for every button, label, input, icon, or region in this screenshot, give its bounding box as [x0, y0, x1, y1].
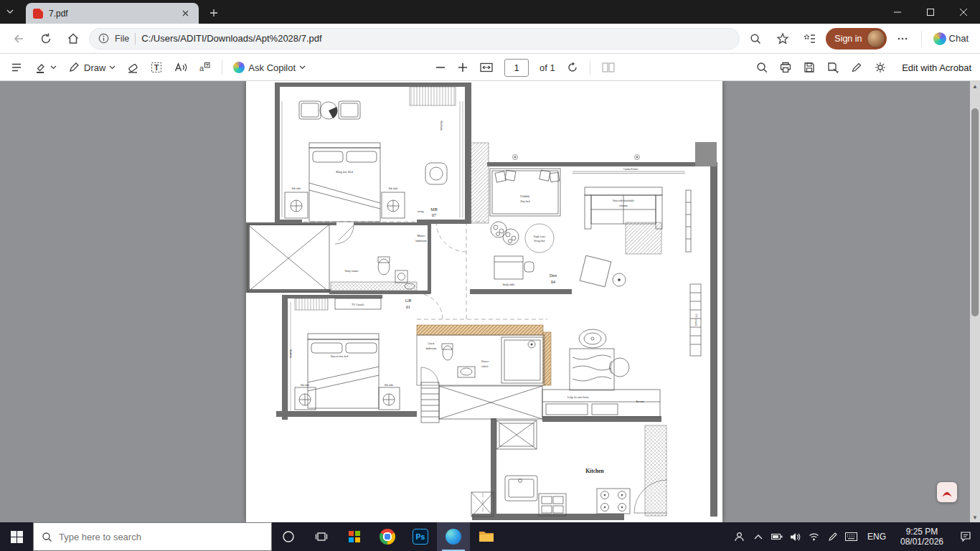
taskbar-search-input[interactable]: [59, 532, 263, 542]
tab-search-button[interactable]: [0, 0, 20, 24]
floor-plan: King size Bed Side table Side table Ward…: [246, 81, 722, 522]
people-button[interactable]: [730, 522, 749, 551]
touch-keyboard-button[interactable]: [842, 522, 861, 551]
read-aloud-button[interactable]: [174, 61, 187, 74]
ask-copilot-button[interactable]: Ask Copilot: [233, 62, 306, 73]
label-guest-bath-2: bathroom: [426, 347, 437, 350]
minimize-button[interactable]: [881, 0, 914, 24]
chrome-button[interactable]: [371, 522, 404, 551]
scroll-down-arrow[interactable]: ▼: [970, 512, 980, 522]
file-explorer-button[interactable]: [470, 522, 503, 551]
contents-button[interactable]: [10, 61, 23, 74]
back-button[interactable]: [7, 27, 30, 50]
clock-time: 9:25 PM: [892, 527, 951, 537]
zoom-out-button[interactable]: [435, 62, 446, 73]
label-sofa-2: ottoman: [619, 204, 628, 207]
zoom-page-button[interactable]: [744, 27, 767, 50]
label-king-bed: King size Bed: [336, 170, 354, 174]
language-indicator[interactable]: ENG: [861, 532, 892, 542]
search-icon: [755, 61, 768, 74]
page-view-button[interactable]: [601, 61, 616, 74]
home-button[interactable]: [62, 27, 85, 50]
tab-7pdf[interactable]: 7.pdf: [26, 3, 199, 24]
edit-with-acrobat-button[interactable]: Edit with Acrobat: [902, 62, 971, 73]
edge-button[interactable]: [437, 522, 470, 551]
copilot-chat-button[interactable]: Chat: [929, 27, 973, 50]
cortana-button[interactable]: [272, 522, 305, 551]
new-tab-button[interactable]: [204, 3, 224, 23]
erase-button[interactable]: [126, 61, 139, 74]
text-select-button[interactable]: T: [150, 61, 163, 74]
translate-button[interactable]: a: [198, 61, 211, 74]
label-bar-unit: Bar unit: [636, 400, 644, 403]
cortana-icon: [282, 530, 295, 543]
search-document-button[interactable]: [755, 61, 768, 74]
scroll-up-arrow[interactable]: ▲: [970, 81, 980, 91]
highlight-button[interactable]: [34, 61, 57, 74]
divider: [135, 33, 136, 44]
svg-text:T: T: [154, 63, 159, 72]
system-tray: ENG 9:25 PM 08/01/2026: [730, 522, 980, 551]
acrobat-fab-button[interactable]: [937, 482, 957, 502]
chevron-down-icon: [109, 65, 116, 70]
vertical-scrollbar[interactable]: ▲ ▼: [970, 81, 980, 522]
label-tv-console-vertical: TV Console: [694, 314, 697, 326]
maximize-button[interactable]: [914, 0, 947, 24]
favorites-bar-button[interactable]: [798, 27, 821, 50]
rotate-button[interactable]: [566, 61, 579, 74]
two-page-icon: [601, 61, 616, 74]
tab-close-button[interactable]: [179, 7, 192, 20]
label-side-table: Side table: [291, 187, 301, 190]
page-number-input[interactable]: [504, 59, 529, 77]
plus-icon: [209, 9, 218, 17]
rotate-icon: [566, 61, 579, 74]
pinned-app-button[interactable]: [338, 522, 371, 551]
hidden-icons-button[interactable]: [749, 522, 768, 551]
close-window-button[interactable]: [947, 0, 980, 24]
zoom-in-button[interactable]: [457, 62, 468, 73]
label-swing-chair-2: Swing chair: [534, 240, 545, 242]
taskbar-search[interactable]: [33, 522, 272, 551]
photoshop-button[interactable]: Ps: [404, 522, 437, 551]
star-icon: [776, 32, 789, 45]
tab-title: 7.pdf: [49, 9, 173, 19]
action-center-button[interactable]: [951, 522, 980, 551]
taskbar-clock[interactable]: 9:25 PM 08/01/2026: [892, 527, 951, 547]
label-sofa: Sofa with detachable: [613, 199, 635, 202]
volume-button[interactable]: [786, 522, 805, 551]
page-count-label: of 1: [540, 62, 555, 73]
search-icon: [42, 532, 52, 542]
refresh-button[interactable]: [34, 27, 57, 50]
draw-button[interactable]: Draw: [67, 61, 116, 74]
signature-button[interactable]: [850, 61, 863, 74]
close-icon: [182, 10, 189, 17]
task-view-button[interactable]: [305, 522, 338, 551]
draw-label: Draw: [84, 62, 105, 73]
keyboard-icon: [845, 532, 857, 541]
network-button[interactable]: [805, 522, 824, 551]
print-button[interactable]: [779, 61, 792, 74]
volume-icon: [790, 532, 801, 542]
scrollbar-thumb[interactable]: [971, 108, 979, 316]
ask-copilot-label: Ask Copilot: [248, 62, 296, 73]
divider: [222, 60, 222, 75]
address-bar[interactable]: File C:/Users/ADITI/Downloads/Apt%2028/7…: [89, 28, 740, 50]
gear-icon: [874, 61, 887, 74]
pdf-settings-button[interactable]: [874, 61, 887, 74]
microsoft-app-icon: [349, 531, 360, 542]
settings-menu-button[interactable]: [891, 27, 914, 50]
bar-area: [542, 329, 660, 417]
save-as-button[interactable]: [826, 61, 839, 74]
fit-width-button[interactable]: [479, 61, 494, 74]
battery-button[interactable]: [768, 522, 786, 551]
browser-window: 7.pdf File C:/Users/ADITI/Downloads/Apt%…: [0, 0, 980, 551]
start-button[interactable]: [0, 522, 33, 551]
favorites-button[interactable]: [771, 27, 794, 50]
label-master-bath: Master: [417, 234, 425, 237]
save-as-icon: [826, 61, 839, 74]
pen-button[interactable]: [824, 522, 842, 551]
sign-in-button[interactable]: Sign in: [826, 28, 886, 50]
chrome-icon: [380, 529, 395, 545]
save-button[interactable]: [803, 61, 816, 74]
hub-icon: [804, 32, 816, 45]
